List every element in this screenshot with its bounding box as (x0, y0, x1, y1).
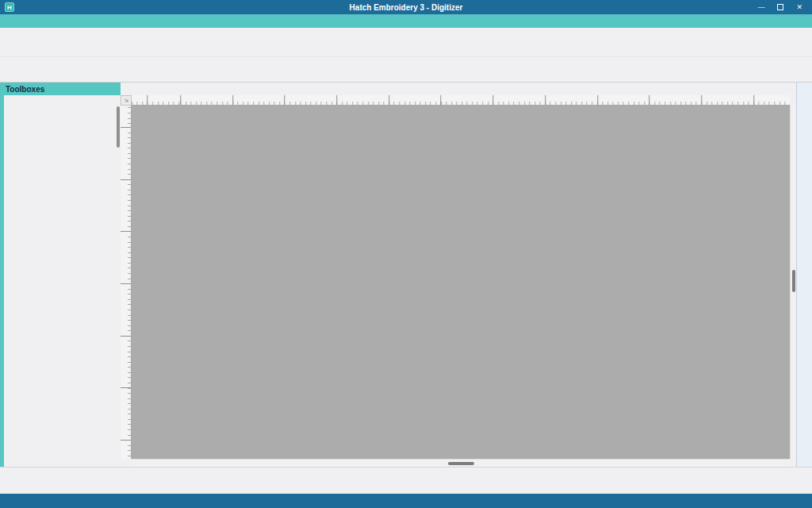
document-tab-bar (121, 83, 796, 95)
minimize-button[interactable]: — (757, 3, 764, 11)
toolboxes-panel: Toolboxes (0, 83, 121, 467)
toolbox-scrollbar[interactable] (117, 97, 120, 465)
main-toolbar (0, 28, 812, 57)
secondary-toolbar (0, 57, 812, 83)
app-icon: H (5, 2, 14, 12)
main-area: Toolboxes ⇲ (0, 83, 812, 467)
canvas-area: ⇲ (121, 95, 796, 467)
menu-bar (0, 14, 812, 28)
vertical-scrollbar[interactable] (790, 106, 796, 459)
horizontal-scrollbar[interactable] (132, 459, 790, 467)
restore-button[interactable] (777, 4, 783, 10)
toolboxes-list (4, 95, 121, 467)
horizontal-ruler (132, 95, 790, 106)
title-bar: H Hatch Embroidery 3 - Digitizer — ✕ (0, 0, 812, 14)
workspace: ⇲ (121, 83, 796, 467)
vertical-ruler (121, 106, 132, 459)
app-window: H Hatch Embroidery 3 - Digitizer — ✕ Too… (0, 0, 812, 508)
design-canvas[interactable] (132, 106, 790, 459)
status-bar (0, 494, 812, 508)
color-toolbar (0, 467, 812, 494)
right-panel-tabs (796, 83, 812, 467)
close-button[interactable]: ✕ (796, 3, 802, 11)
ruler-origin-corner[interactable]: ⇲ (121, 95, 132, 106)
toolboxes-header: Toolboxes (0, 83, 121, 95)
window-title: Hatch Embroidery 3 - Digitizer (0, 3, 812, 12)
